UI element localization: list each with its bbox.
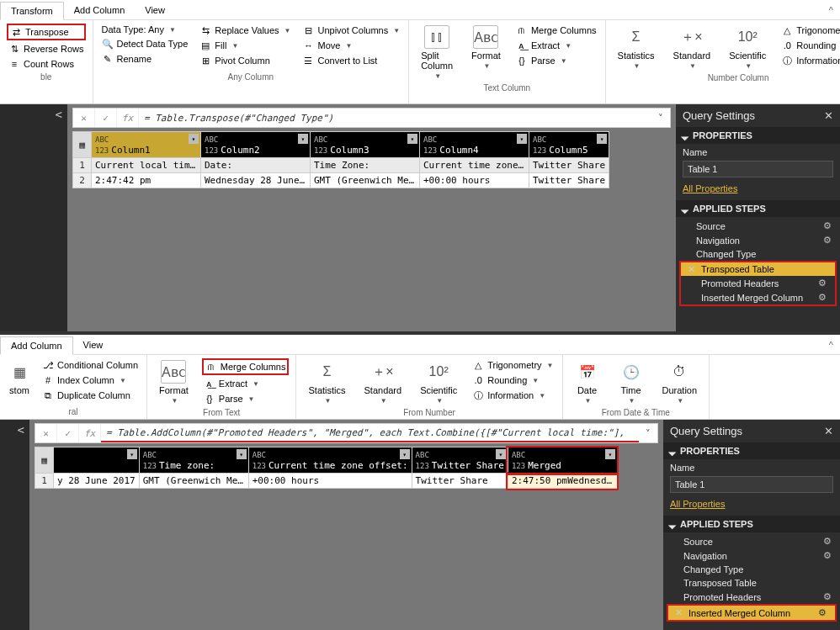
cell[interactable]: Wednesday 28 June 2017 [201, 173, 311, 188]
cell[interactable]: Twitter Share [529, 173, 609, 188]
custom-column-button[interactable]: ▦stom [7, 358, 32, 397]
trig-button-2[interactable]: △Trigonometry▼ [471, 358, 555, 372]
column-header[interactable]: ABC123Column5▾ [529, 132, 609, 158]
column-header[interactable]: ▾ [54, 447, 140, 474]
applied-step[interactable]: Transposed Table [663, 576, 840, 590]
gear-icon[interactable]: ⚙ [818, 607, 827, 618]
info-button[interactable]: ⓘInformation▼ [779, 54, 840, 67]
applied-step[interactable]: Navigation⚙ [663, 548, 840, 563]
column-header[interactable]: ABC123Column1▾ [92, 132, 201, 158]
statistics-button[interactable]: ΣStatistics▼ [613, 24, 660, 71]
standard-button[interactable]: ＋×Standard▼ [668, 24, 716, 71]
statistics-button-2[interactable]: ΣStatistics▼ [303, 358, 350, 406]
gear-icon[interactable]: ⚙ [823, 220, 832, 231]
row-number[interactable]: 1 [35, 474, 54, 489]
all-properties-link-2[interactable]: All Properties [670, 499, 833, 509]
expand-formula-icon[interactable]: ˅ [651, 113, 670, 124]
count-rows-button[interactable]: ≡Count Rows [7, 57, 86, 71]
applied-step[interactable]: ✕Transposed Table [681, 262, 835, 276]
column-header[interactable]: ABC123Time zone:▾ [139, 447, 248, 474]
expand-formula-icon-2[interactable]: ˅ [639, 428, 657, 439]
reverse-rows-button[interactable]: ⇅Reverse Rows [7, 42, 86, 56]
row-number[interactable]: 1 [73, 158, 92, 173]
data-grid[interactable]: ▦ABC123Column1▾ABC123Column2▾ABC123Colum… [72, 131, 609, 188]
date-button-2[interactable]: 📅Date▼ [570, 358, 605, 406]
delete-step-icon[interactable]: ✕ [675, 607, 683, 618]
fill-button[interactable]: ▤Fill▼ [198, 39, 292, 52]
column-header[interactable]: ABC123Current time zone offset:▾ [248, 447, 412, 474]
transpose-button[interactable]: ⇄Transpose [7, 24, 86, 40]
row-number[interactable]: 2 [73, 173, 92, 188]
detect-type-button[interactable]: 🔍Detect Data Type [100, 37, 190, 50]
split-column-button[interactable]: ⫿⫿Split Column▼ [416, 24, 458, 82]
duration-button-2[interactable]: ⏱Duration▼ [657, 358, 703, 406]
gear-icon[interactable]: ⚙ [823, 550, 832, 561]
gear-icon[interactable]: ⚙ [823, 591, 832, 602]
queries-pane-collapsed[interactable]: < [0, 104, 67, 331]
format-button-2[interactable]: AʙᴄFormat▼ [154, 358, 194, 406]
fx-button[interactable]: fx [117, 109, 139, 127]
cell[interactable]: 2:47:50 pmWednesday 28 Ju… [508, 474, 617, 489]
properties-header-2[interactable]: PROPERTIES [663, 442, 840, 459]
properties-header[interactable]: PROPERTIES [676, 127, 840, 144]
parse-button[interactable]: {}Parse▼ [514, 54, 598, 67]
gear-icon[interactable]: ⚙ [823, 235, 832, 246]
cell[interactable]: Current time zone of… [420, 158, 529, 173]
pivot-column-button[interactable]: ⊞Pivot Column [198, 54, 292, 67]
accept-formula-button[interactable]: ✓ [95, 109, 117, 127]
cell[interactable]: GMT (Greenwich Mean… [311, 173, 420, 188]
applied-step[interactable]: Promoted Headers⚙ [681, 276, 835, 290]
data-grid-2[interactable]: ▦▾ABC123Time zone:▾ABC123Current time zo… [35, 447, 618, 489]
column-header[interactable]: ABC123Merged▾ [508, 447, 617, 474]
applied-step[interactable]: Source⚙ [676, 219, 840, 233]
cell[interactable]: +00:00 hours [420, 173, 529, 188]
tab-add-column[interactable]: Add Column [64, 2, 136, 19]
fx-button-2[interactable]: fx [79, 424, 101, 442]
tab-add-column-2[interactable]: Add Column [0, 336, 73, 355]
time-button-2[interactable]: 🕒Time▼ [614, 358, 649, 406]
tab-view[interactable]: View [135, 2, 175, 19]
index-column-button[interactable]: #Index Column▼ [40, 373, 140, 387]
replace-values-button[interactable]: ⇆Replace Values▼ [198, 24, 292, 37]
accept-formula-button-2[interactable]: ✓ [57, 424, 79, 442]
gear-icon[interactable]: ⚙ [818, 278, 827, 289]
delete-step-icon[interactable]: ✕ [688, 264, 695, 275]
data-type-button[interactable]: Data Type: Any▼ [100, 24, 190, 35]
queries-pane-collapsed-2[interactable]: < [0, 420, 29, 630]
cell[interactable]: Time Zone: [311, 158, 420, 173]
tab-view-2[interactable]: View [73, 336, 114, 354]
column-header[interactable]: ABC123Column2▾ [201, 132, 311, 158]
name-input[interactable]: Table 1 [683, 161, 833, 177]
formula-input-2[interactable] [101, 425, 639, 442]
applied-steps-header[interactable]: APPLIED STEPS [676, 200, 840, 217]
close-icon[interactable]: ✕ [824, 109, 833, 122]
merge-columns-button-2[interactable]: ⫙Merge Columns [202, 358, 290, 375]
column-header[interactable]: ABC123Twitter Share▾ [412, 447, 508, 474]
applied-step[interactable]: Inserted Merged Column⚙ [681, 290, 835, 304]
applied-step[interactable]: Promoted Headers⚙ [663, 590, 840, 604]
cell[interactable]: Twitter Share [529, 158, 609, 173]
move-button[interactable]: ↔Move▼ [300, 39, 401, 52]
rename-button[interactable]: ✎Rename [100, 52, 190, 66]
applied-step[interactable]: Navigation⚙ [676, 233, 840, 247]
applied-step[interactable]: Source⚙ [663, 534, 840, 548]
info-button-2[interactable]: ⓘInformation▼ [471, 389, 555, 402]
formula-input[interactable] [139, 110, 651, 126]
conditional-column-button[interactable]: ⎇Conditional Column [40, 358, 140, 372]
close-icon-2[interactable]: ✕ [824, 425, 833, 437]
trig-button[interactable]: △Trigonometry▼ [779, 24, 840, 37]
chevron-left-icon-2[interactable]: < [18, 423, 24, 437]
applied-step[interactable]: Changed Type [663, 563, 840, 576]
gear-icon[interactable]: ⚙ [818, 292, 827, 303]
collapse-ribbon-icon-2[interactable]: ^ [822, 336, 840, 354]
rounding-button-2[interactable]: .0Rounding▼ [471, 373, 555, 387]
cell[interactable]: Current local time: [92, 158, 201, 173]
column-header[interactable]: ABC123Column4▾ [420, 132, 529, 158]
extract-button-2[interactable]: ᴀ͟Extract▼ [202, 377, 290, 390]
cell[interactable]: 2:47:42 pm [92, 173, 201, 188]
format-button[interactable]: AʙᴄFormat▼ [466, 24, 506, 71]
standard-button-2[interactable]: ＋×Standard▼ [359, 358, 407, 406]
parse-button-2[interactable]: {}Parse▼ [202, 392, 290, 405]
cell[interactable]: GMT (Greenwich Mean… [139, 474, 248, 489]
merge-columns-button[interactable]: ⫙Merge Columns [514, 24, 598, 37]
